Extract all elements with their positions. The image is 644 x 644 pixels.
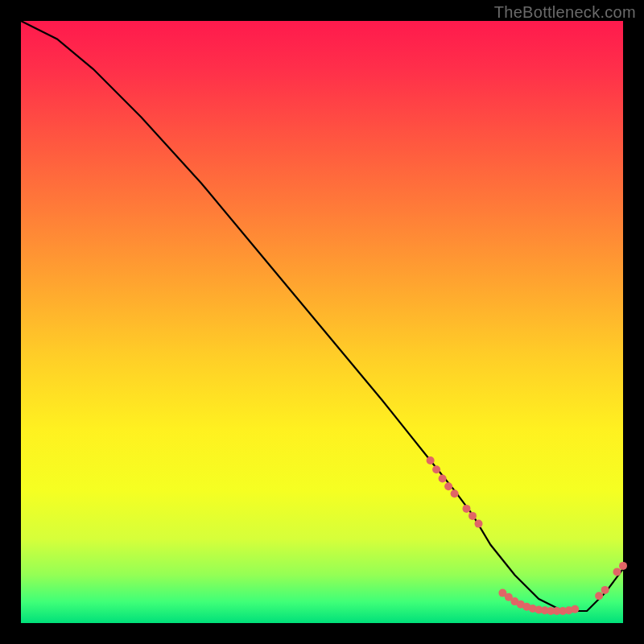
curve-marker: [571, 605, 579, 613]
plot-area: [21, 21, 623, 623]
curve-markers: [427, 456, 627, 615]
chart-svg: [21, 21, 623, 623]
curve-marker: [601, 586, 609, 594]
curve-marker: [451, 489, 459, 497]
curve-marker: [439, 475, 447, 483]
curve-marker: [595, 592, 603, 600]
curve-marker: [619, 562, 627, 570]
watermark-text: TheBottleneck.com: [494, 3, 636, 22]
chart-frame: TheBottleneck.com: [0, 0, 644, 644]
curve-marker: [444, 482, 452, 490]
curve-marker: [432, 465, 440, 473]
curve-marker: [463, 505, 471, 513]
curve-marker: [469, 512, 477, 520]
bottleneck-curve: [21, 21, 623, 611]
curve-marker: [427, 456, 435, 464]
curve-marker: [475, 520, 483, 528]
curve-marker: [613, 568, 621, 576]
